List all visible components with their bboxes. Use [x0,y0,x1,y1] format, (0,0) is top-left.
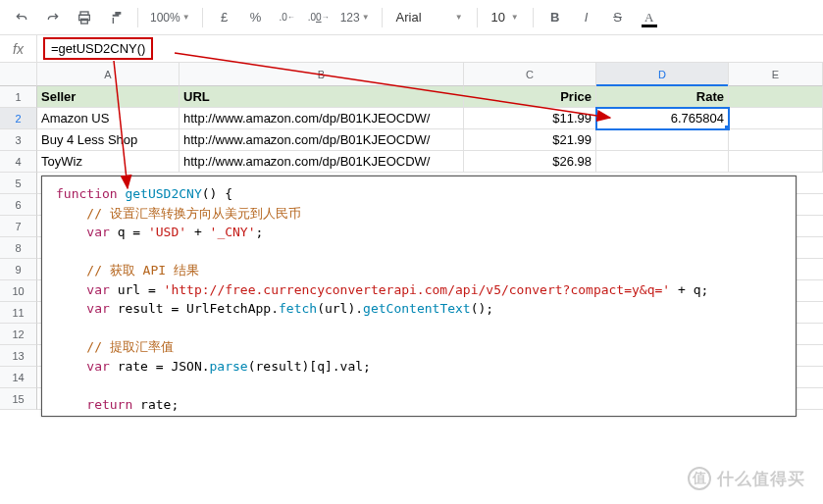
col-header-A[interactable]: A [37,63,180,86]
spreadsheet: A B C D E 1 Seller URL Price Rate 2 Amaz… [0,63,823,410]
watermark-icon: 值 [688,467,711,490]
percent-button[interactable]: % [242,4,270,31]
row-header-6[interactable]: 6 [0,194,37,216]
print-button[interactable] [71,4,98,31]
cell-B2[interactable]: http://www.amazon.com/dp/B01KJEOCDW/ [180,108,464,129]
cell-E1[interactable] [729,86,823,108]
row-header-7[interactable]: 7 [0,216,37,237]
cell-E2[interactable] [729,108,823,129]
cell-C3[interactable]: $21.99 [464,129,596,151]
strikethrough-button[interactable]: S [604,4,632,31]
fx-label: fx [0,35,37,62]
col-header-E[interactable]: E [729,63,823,86]
cell-E4[interactable] [729,151,823,173]
font-size-select[interactable]: 10 ▼ [486,10,525,25]
zoom-select[interactable]: 100% ▼ [146,11,194,25]
row-header-1[interactable]: 1 [0,86,37,108]
row-header-5[interactable]: 5 [0,173,37,194]
formula-input[interactable]: =getUSD2CNY() [37,35,823,62]
cell-B1[interactable]: URL [180,86,464,108]
more-formats-button[interactable]: 123 ▼ [336,11,374,25]
text-color-button[interactable]: A [636,4,663,31]
code-overlay: function getUSD2CNY() { // 设置汇率转换方向从美元到人… [41,176,797,417]
col-header-D[interactable]: D [596,63,729,86]
row-header-10[interactable]: 10 [0,280,37,302]
row-header-12[interactable]: 12 [0,324,37,345]
increase-decimal-button[interactable]: .00→ [305,4,333,31]
cell-C4[interactable]: $26.98 [464,151,596,173]
row-header-14[interactable]: 14 [0,367,37,388]
row-header-2[interactable]: 2 [0,108,37,129]
col-header-C[interactable]: C [464,63,596,86]
row-header-15[interactable]: 15 [0,388,37,410]
cell-E3[interactable] [729,129,823,151]
cell-D2[interactable]: 6.765804 [596,108,729,129]
toolbar: 100% ▼ £ % .0← .00→ 123 ▼ Arial ▼ 10 ▼ B… [0,0,823,35]
formula-text: =getUSD2CNY() [43,37,153,60]
col-header-B[interactable]: B [180,63,464,86]
row-header-9[interactable]: 9 [0,259,37,280]
row-header-4[interactable]: 4 [0,151,37,173]
formula-bar: fx =getUSD2CNY() [0,35,823,63]
font-select[interactable]: Arial ▼ [390,10,469,25]
select-all-cell[interactable] [0,63,37,86]
decrease-decimal-button[interactable]: .0← [274,4,301,31]
cell-A3[interactable]: Buy 4 Less Shop [37,129,180,151]
cell-A1[interactable]: Seller [37,86,180,108]
row-header-11[interactable]: 11 [0,302,37,324]
row-header-3[interactable]: 3 [0,129,37,151]
cell-C2[interactable]: $11.99 [464,108,596,129]
row-header-8[interactable]: 8 [0,237,37,259]
redo-button[interactable] [39,4,67,31]
cell-A2[interactable]: Amazon US [37,108,180,129]
watermark: 值 什么值得买 [688,467,805,490]
bold-button[interactable]: B [541,4,569,31]
watermark-text: 什么值得买 [717,468,805,490]
italic-button[interactable]: I [573,4,600,31]
cell-B3[interactable]: http://www.amazon.com/dp/B01KJEOCDW/ [180,129,464,151]
cell-C1[interactable]: Price [464,86,596,108]
cell-D4[interactable] [596,151,729,173]
currency-button[interactable]: £ [211,4,238,31]
paint-format-button[interactable] [102,4,129,31]
cell-D3[interactable] [596,129,729,151]
cell-A4[interactable]: ToyWiz [37,151,180,173]
cell-D1[interactable]: Rate [596,86,729,108]
undo-button[interactable] [8,4,35,31]
cell-B4[interactable]: http://www.amazon.com/dp/B01KJEOCDW/ [180,151,464,173]
row-header-13[interactable]: 13 [0,345,37,367]
